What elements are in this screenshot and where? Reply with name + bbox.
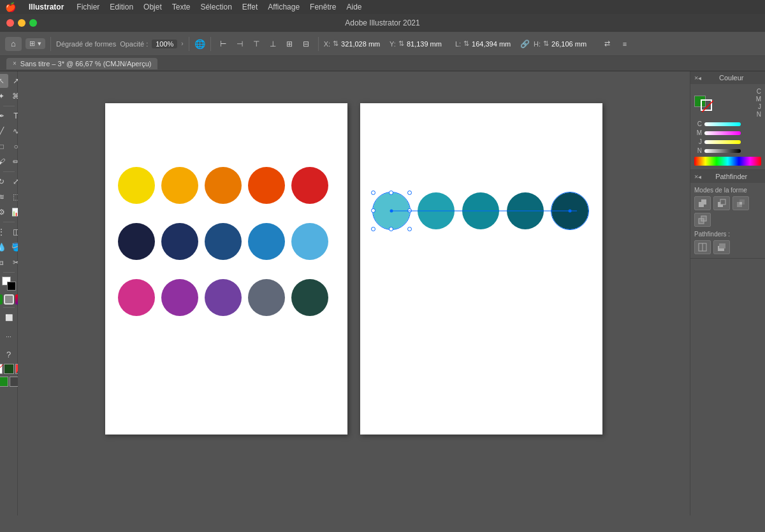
x-value[interactable]: 321,028 mm (341, 40, 386, 48)
menu-fichier[interactable]: Fichier (76, 3, 99, 11)
align-panel-button[interactable]: ≡ (618, 37, 632, 51)
symbol-tool-button[interactable]: ⚙ (0, 205, 8, 219)
green-swatch[interactable] (0, 377, 8, 387)
c-slider[interactable] (704, 122, 741, 126)
circle-orange-yellow[interactable] (161, 167, 198, 204)
color-swatch-area[interactable] (2, 277, 16, 291)
fill-color-button[interactable] (0, 294, 3, 305)
home-button[interactable]: ⌂ (5, 37, 22, 51)
eyedropper-tool-button[interactable]: 💧 (0, 240, 8, 254)
document-tab[interactable]: × Sans titre – 3* @ 66,67 % (CMJN/Aperçu… (6, 58, 157, 69)
artboard-2 (360, 103, 602, 435)
window-title: Adobe Illustrator 2021 (345, 18, 419, 27)
canvas-area[interactable] (18, 71, 690, 515)
fill-stroke-swatches[interactable] (694, 96, 712, 111)
doc-tab-name: Sans titre – 3* @ 66,67 % (CMJN/Aperçu) (20, 60, 152, 68)
stroke-color-button[interactable] (4, 294, 14, 305)
pen-tool-button[interactable]: ✒ (0, 109, 8, 123)
view-mode-button[interactable]: ⬜ (2, 310, 16, 324)
selection-tool-button[interactable]: ↖ (0, 74, 8, 88)
close-window-button[interactable] (6, 19, 14, 27)
selected-circle-wrapper-5[interactable] (551, 192, 588, 229)
color-spectrum[interactable] (694, 157, 761, 166)
circle-yellow[interactable] (118, 167, 155, 204)
circle-red[interactable] (291, 167, 328, 204)
workspace-switcher[interactable]: ⊞ ▾ (26, 38, 45, 49)
blend-tool-button[interactable]: ⧈ (0, 255, 8, 270)
color-panel-header: × ◂ Couleur (690, 71, 765, 84)
align-center-v-button[interactable]: ⊞ (282, 37, 296, 51)
h-label: H: (534, 40, 541, 48)
warp-tool-button[interactable]: ≋ (0, 190, 8, 204)
doc-tab-close-button[interactable]: × (13, 60, 17, 67)
align-top-button[interactable]: ⊥ (266, 37, 280, 51)
rect-tool-button[interactable]: □ (0, 140, 8, 154)
circle-purple[interactable] (205, 279, 242, 316)
j-slider[interactable] (704, 140, 741, 144)
dark-swatch[interactable] (4, 364, 14, 374)
circle-dark-navy[interactable] (118, 223, 155, 260)
circle-gray-blue[interactable] (248, 279, 285, 316)
mesh-tool-button[interactable]: ⋮ (0, 225, 8, 239)
apple-menu[interactable]: 🍎 (5, 2, 16, 12)
menu-effet[interactable]: Effet (242, 3, 258, 11)
intersect-button[interactable] (732, 196, 749, 210)
circle-teal-4[interactable] (507, 192, 544, 229)
menu-affichage[interactable]: Affichage (268, 3, 300, 11)
circle-teal-3[interactable] (462, 192, 499, 229)
m-slider[interactable] (704, 131, 741, 135)
minus-front-button[interactable] (713, 196, 730, 210)
n-slider[interactable] (704, 149, 741, 153)
circle-medium-blue[interactable] (248, 223, 285, 260)
menu-texte[interactable]: Texte (172, 3, 191, 11)
chain-link-icon[interactable]: 🔗 (520, 40, 530, 48)
exclude-button[interactable] (694, 213, 711, 227)
globe-icon[interactable]: 🌐 (194, 39, 205, 49)
artboard-1 (105, 103, 347, 435)
magic-wand-tool-button[interactable]: ✦ (0, 89, 8, 103)
circle-pink[interactable] (118, 279, 155, 316)
circle-dark-teal[interactable] (291, 279, 328, 316)
screen-mode-button[interactable]: ··· (2, 329, 16, 343)
align-right-button[interactable]: ⊤ (249, 37, 263, 51)
opacity-arrow[interactable]: › (181, 40, 183, 47)
paintbrush-tool-button[interactable]: 🖌 (0, 155, 8, 169)
y-value[interactable]: 81,139 mm (407, 40, 451, 48)
c-channel-label: C (757, 88, 761, 95)
minimize-window-button[interactable] (18, 19, 26, 27)
menu-edition[interactable]: Edition (110, 3, 133, 11)
m-channel-label: M (756, 96, 761, 103)
white-swatch[interactable] (0, 364, 3, 374)
circle-light-blue[interactable] (291, 223, 328, 260)
maximize-window-button[interactable] (29, 19, 37, 27)
menu-selection[interactable]: Sélection (200, 3, 231, 11)
svg-rect-9 (740, 202, 742, 205)
menu-aide[interactable]: Aide (346, 3, 361, 11)
align-bottom-button[interactable]: ⊟ (299, 37, 313, 51)
circle-teal-2[interactable] (418, 192, 455, 229)
menu-fenetre[interactable]: Fenêtre (310, 3, 336, 11)
circle-row-2 (118, 279, 328, 316)
selected-circle-wrapper-1[interactable] (373, 192, 410, 229)
background-color[interactable] (7, 282, 16, 291)
transform-button[interactable]: ⇄ (600, 37, 614, 51)
rotate-tool-button[interactable]: ↻ (0, 175, 8, 189)
line-tool-button[interactable]: ╱ (0, 124, 8, 138)
divide-button[interactable] (694, 240, 711, 254)
stroke-swatch[interactable] (701, 99, 712, 111)
unite-button[interactable] (694, 196, 711, 210)
circle-orange[interactable] (205, 167, 242, 204)
help-tool-button[interactable]: ? (2, 347, 16, 361)
l-value[interactable]: 164,394 mm (472, 40, 516, 48)
circle-blue[interactable] (205, 223, 242, 260)
handle-right (407, 208, 412, 213)
trim-button[interactable] (713, 240, 730, 254)
h-value[interactable]: 26,106 mm (551, 40, 596, 48)
menu-objet[interactable]: Objet (143, 3, 162, 11)
circle-red-orange[interactable] (248, 167, 285, 204)
align-left-button[interactable]: ⊢ (216, 37, 230, 51)
circle-purple-pink[interactable] (161, 279, 198, 316)
opacity-value[interactable]: 100% (152, 40, 177, 48)
align-center-h-button[interactable]: ⊣ (233, 37, 247, 51)
circle-navy[interactable] (161, 223, 198, 260)
